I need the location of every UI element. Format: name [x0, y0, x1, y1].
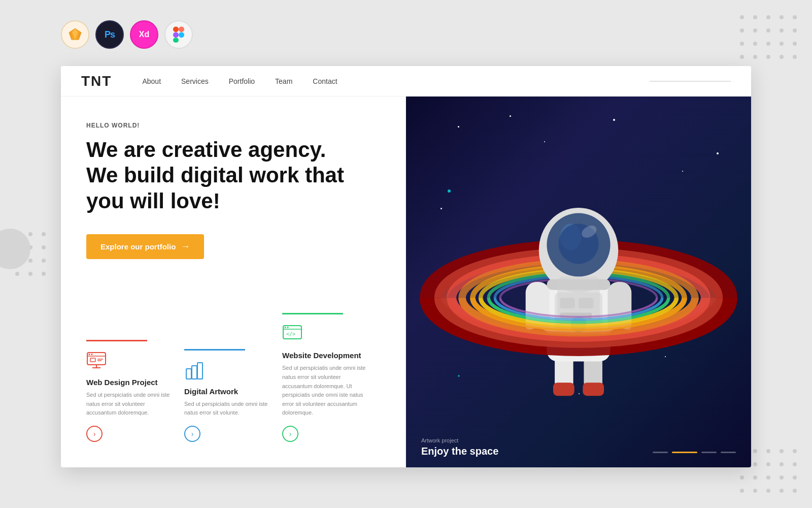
service-arrow-artwork[interactable]: ›	[184, 426, 200, 442]
dot	[740, 55, 744, 59]
dot	[793, 55, 797, 59]
service-title-webdesign: Web Design Project	[86, 378, 174, 387]
svg-point-11	[89, 354, 90, 355]
dot	[766, 28, 770, 33]
dot	[780, 42, 784, 46]
dot	[753, 28, 757, 33]
digital-artwork-icon	[184, 361, 205, 381]
cta-arrow-icon: →	[181, 241, 190, 252]
dot	[42, 272, 46, 276]
svg-rect-19	[192, 366, 197, 379]
dot	[766, 462, 770, 466]
dot	[780, 28, 784, 33]
slide-dot-3[interactable]	[701, 452, 717, 453]
caption-title: Enjoy the space	[421, 446, 498, 457]
dot	[766, 475, 770, 480]
svg-rect-38	[583, 383, 604, 396]
explore-portfolio-button[interactable]: Explore our portfolio →	[86, 234, 204, 259]
caption-label: Artwork project	[421, 437, 498, 443]
nav-team[interactable]: Team	[275, 77, 292, 85]
dot	[42, 259, 46, 263]
dot	[15, 272, 19, 276]
svg-point-24	[287, 327, 289, 328]
dot	[740, 42, 744, 46]
dot	[753, 15, 757, 19]
dot	[780, 15, 784, 19]
service-title-artwork: Digital Artwork	[184, 387, 272, 396]
tool-icons-bar: Ps Xd	[61, 20, 193, 49]
dot	[793, 475, 797, 480]
dot	[793, 489, 797, 493]
website-development-icon: </>	[282, 325, 302, 345]
dot	[740, 15, 744, 19]
service-arrow-webdev[interactable]: ›	[282, 426, 298, 442]
dot	[28, 232, 32, 236]
dot	[766, 489, 770, 493]
logo: TNT	[81, 73, 112, 89]
svg-rect-5	[179, 26, 184, 32]
figma-icon[interactable]	[164, 20, 193, 49]
adobe-xd-icon[interactable]: Xd	[130, 20, 158, 49]
left-panel: HELLO WORLD! We are creative agency. We …	[61, 97, 406, 467]
navbar: TNT About Services Portfolio Team Contac…	[61, 66, 751, 97]
dot	[766, 55, 770, 59]
slide-dot-2[interactable]	[672, 452, 697, 453]
dot	[780, 449, 784, 453]
dot	[42, 232, 46, 236]
service-card-webdev: </> Website Development Sed ut perspicia…	[282, 313, 380, 452]
svg-rect-18	[186, 369, 191, 379]
nav-portfolio[interactable]: Portfolio	[229, 77, 255, 85]
dot	[753, 55, 757, 59]
content-area: HELLO WORLD! We are creative agency. We …	[61, 97, 751, 467]
dot	[766, 42, 770, 46]
dot	[766, 449, 770, 453]
nav-about[interactable]: About	[142, 77, 161, 85]
svg-marker-3	[78, 33, 81, 40]
svg-point-8	[179, 32, 184, 38]
slide-dot-1[interactable]	[653, 452, 668, 453]
svg-rect-37	[553, 383, 574, 396]
svg-point-23	[285, 327, 286, 328]
services-grid: Web Design Project Sed ut perspiciatis u…	[86, 284, 380, 452]
service-card-artwork: Digital Artwork Sed ut perspiciatis unde…	[184, 349, 282, 452]
dot	[753, 489, 757, 493]
dot	[766, 15, 770, 19]
dot	[793, 449, 797, 453]
dot	[42, 245, 46, 249]
svg-rect-20	[197, 363, 202, 379]
right-panel-illustration: Artwork project Enjoy the space	[406, 97, 751, 467]
slide-dot-4[interactable]	[721, 452, 736, 453]
svg-rect-15	[90, 358, 95, 362]
dot	[753, 449, 757, 453]
dot	[740, 475, 744, 480]
dot	[780, 462, 784, 466]
slide-dots	[653, 452, 736, 453]
dot	[753, 475, 757, 480]
browser-window: TNT About Services Portfolio Team Contac…	[61, 66, 751, 467]
service-arrow-webdesign[interactable]: ›	[86, 426, 103, 442]
dot	[793, 42, 797, 46]
dot	[793, 462, 797, 466]
nav-links: About Services Portfolio Team Contact	[142, 77, 650, 85]
sketch-icon[interactable]	[61, 20, 89, 49]
dot	[753, 42, 757, 46]
service-desc-webdev: Sed ut perspiciatis unde omni iste natus…	[282, 364, 370, 418]
hero-title: We are creative agency. We build digital…	[86, 137, 380, 214]
nav-search-bar	[650, 81, 731, 82]
cta-label: Explore our portfolio	[100, 242, 176, 251]
svg-marker-2	[69, 33, 72, 40]
dot	[740, 28, 744, 33]
dot	[780, 489, 784, 493]
dot	[793, 28, 797, 33]
nav-services[interactable]: Services	[181, 77, 209, 85]
photoshop-icon[interactable]: Ps	[95, 20, 124, 49]
svg-rect-7	[173, 38, 179, 43]
dot	[28, 272, 32, 276]
service-desc-artwork: Sed ut perspiciatis unde omni iste natus…	[184, 400, 272, 418]
dot	[793, 15, 797, 19]
nav-contact[interactable]: Contact	[313, 77, 337, 85]
service-title-webdev: Website Development	[282, 351, 370, 360]
service-card-webdesign: Web Design Project Sed ut perspiciatis u…	[86, 340, 184, 452]
dot	[753, 462, 757, 466]
svg-point-12	[91, 354, 93, 355]
